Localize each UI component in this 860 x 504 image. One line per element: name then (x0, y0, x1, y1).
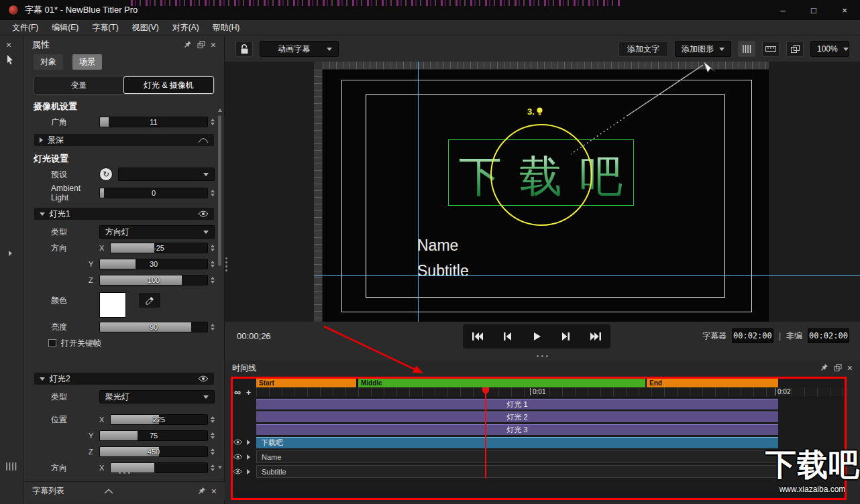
light2-z-stepper[interactable] (211, 448, 215, 455)
close-panel-icon[interactable]: × (211, 487, 217, 496)
menu-align[interactable]: 对齐(A) (166, 20, 206, 36)
expand-track-icon[interactable] (247, 469, 250, 475)
float-panel-icon[interactable] (834, 364, 842, 372)
light-widget-label[interactable]: 3. (527, 107, 543, 117)
pin-icon[interactable] (198, 487, 206, 495)
light1-type-dropdown[interactable]: 方向灯 (99, 225, 215, 239)
titler-duration-field[interactable]: 00:02:00 (732, 328, 773, 343)
dof-section-header[interactable]: 景深 (34, 133, 215, 147)
stage-canvas[interactable]: 下载吧 3. Name Subtitle (323, 70, 769, 322)
track-light3[interactable]: 灯光 3 (256, 424, 778, 435)
light2-dir-x-stepper[interactable] (211, 464, 215, 471)
wide-angle-slider[interactable]: 11 (99, 117, 208, 127)
lights-camera-button[interactable]: 灯光 & 摄像机 (123, 76, 214, 94)
pin-icon[interactable] (184, 41, 192, 49)
phase-middle-segment[interactable]: Middle (356, 379, 645, 387)
track-light1[interactable]: 灯光 1 (256, 399, 778, 410)
eye-icon[interactable] (233, 454, 243, 460)
light2-x-slider[interactable]: 225 (110, 414, 208, 425)
phase-start-segment[interactable]: Start (256, 379, 356, 387)
zoom-dropdown[interactable]: 100% (810, 41, 849, 57)
light2-y-slider[interactable]: 75 (99, 430, 208, 441)
vertical-ruler[interactable] (314, 70, 323, 322)
expand-track-icon[interactable] (247, 454, 250, 460)
add-track-icon[interactable]: + (246, 388, 251, 397)
menu-title[interactable]: 字幕(T) (85, 20, 125, 36)
timeline-splitter-handle[interactable] (225, 351, 860, 361)
light2-type-dropdown[interactable]: 聚光灯 (99, 390, 215, 403)
color-swatch[interactable] (99, 292, 126, 318)
light2-x-stepper[interactable] (211, 416, 215, 423)
track-title-text[interactable]: 下载吧 (256, 437, 778, 448)
list-tool-icon[interactable] (5, 462, 17, 470)
horizontal-guide-line[interactable] (314, 275, 860, 276)
tab-scene[interactable]: 场景 (72, 54, 102, 70)
track-name[interactable]: Name (256, 450, 778, 463)
add-text-button[interactable]: 添加文字 (619, 41, 668, 57)
preset-dropdown[interactable] (118, 168, 215, 181)
float-panel-icon[interactable] (197, 41, 205, 49)
track-subtitle[interactable]: Subtitle (256, 465, 778, 478)
stage-subtitle-text[interactable]: Subtitle (417, 262, 469, 280)
eye-icon[interactable] (233, 468, 243, 475)
light2-y-stepper[interactable] (211, 432, 215, 439)
tab-object[interactable]: 对象 (34, 54, 63, 70)
properties-scrollbar[interactable] (217, 109, 223, 469)
menu-edit[interactable]: 编辑(E) (45, 20, 85, 36)
menu-view[interactable]: 视图(V) (125, 20, 166, 36)
light1-z-stepper[interactable] (211, 277, 215, 284)
eyedropper-button[interactable] (138, 292, 161, 308)
step-back-button[interactable] (492, 324, 522, 349)
vertical-guide-line[interactable] (418, 62, 419, 322)
light1-section-header[interactable]: 灯光1 (34, 207, 215, 220)
skip-end-button[interactable] (581, 324, 610, 349)
ambient-stepper[interactable] (211, 190, 215, 196)
variables-button[interactable]: 变量 (34, 76, 123, 94)
nle-duration-field[interactable]: 00:02:00 (808, 328, 849, 343)
ruler-toggle-button[interactable] (762, 41, 780, 57)
lock-button[interactable] (235, 41, 253, 57)
maximize-button[interactable]: □ (798, 0, 829, 20)
collapse-chevron-icon[interactable] (103, 489, 114, 494)
light1-x-slider[interactable]: -25 (110, 243, 208, 253)
light1-y-slider[interactable]: 30 (99, 259, 208, 269)
light2-z-slider[interactable]: 450 (99, 446, 208, 457)
timeline-ruler[interactable] (256, 387, 845, 397)
wide-angle-stepper[interactable] (211, 119, 215, 125)
horizontal-ruler[interactable] (323, 62, 769, 70)
minimize-button[interactable]: – (767, 0, 798, 20)
ambient-light-slider[interactable]: 0 (99, 188, 208, 198)
phase-end-segment[interactable]: End (645, 379, 778, 387)
light1-x-stepper[interactable] (211, 245, 215, 251)
pin-icon[interactable] (820, 364, 828, 372)
panel-expand-icon[interactable] (9, 251, 12, 256)
eye-icon[interactable] (233, 439, 243, 445)
menu-help[interactable]: 帮助(H) (206, 20, 247, 36)
eye-icon[interactable] (198, 210, 209, 217)
light1-y-stepper[interactable] (211, 261, 215, 267)
light-widget-circle[interactable] (490, 124, 592, 226)
scrollbar-thumb[interactable] (218, 115, 221, 266)
stage-name-text[interactable]: Name (417, 237, 458, 255)
brightness-slider[interactable]: 90 (99, 322, 208, 332)
track-light2[interactable]: 灯光 2 (256, 412, 778, 422)
light2-section-header[interactable]: 灯光2 (34, 372, 215, 385)
loop-icon[interactable]: ∞ (234, 387, 241, 397)
close-panel-icon[interactable]: × (211, 40, 216, 50)
close-button[interactable]: × (829, 0, 860, 20)
panel-close-icon[interactable]: × (6, 40, 11, 50)
safe-area-toggle-button[interactable] (786, 41, 804, 57)
stage-splitter-handle[interactable] (225, 257, 227, 271)
brightness-stepper[interactable] (211, 324, 215, 330)
menu-file[interactable]: 文件(F) (5, 20, 45, 36)
skip-start-button[interactable] (463, 324, 492, 349)
reset-preset-button[interactable]: ↻ (99, 168, 113, 181)
grid-toggle-button[interactable] (738, 41, 755, 57)
keyframe-checkbox[interactable] (48, 339, 56, 347)
panel-splitter-handle[interactable] (24, 472, 224, 474)
playhead-line[interactable] (485, 387, 486, 479)
eye-icon[interactable] (198, 375, 209, 382)
step-forward-button[interactable] (551, 324, 581, 349)
expand-track-icon[interactable] (247, 440, 250, 445)
select-tool-icon[interactable] (6, 55, 14, 64)
